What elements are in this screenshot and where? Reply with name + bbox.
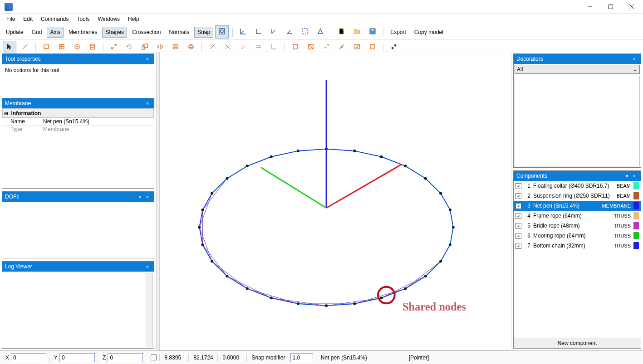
component-row[interactable]: ✓ 1 Floating collar (Ø400 SDR16.7) BEAM bbox=[514, 181, 641, 191]
axis-view3-icon[interactable] bbox=[267, 25, 281, 39]
component-checkbox[interactable]: ✓ bbox=[515, 233, 521, 239]
menu-commands[interactable]: Commands bbox=[37, 14, 72, 24]
scrollbar[interactable] bbox=[146, 273, 153, 347]
splitter[interactable] bbox=[156, 52, 160, 350]
component-checkbox[interactable]: ✓ bbox=[515, 193, 521, 199]
svg-line-38 bbox=[309, 44, 313, 49]
menu-help[interactable]: Help bbox=[124, 14, 143, 24]
component-type: MEMBRANE bbox=[602, 203, 631, 209]
save-file-icon[interactable] bbox=[366, 25, 379, 39]
axis-view4-icon[interactable] bbox=[283, 25, 296, 39]
viewport-canvas[interactable]: Shared nodes bbox=[160, 52, 511, 350]
x-input[interactable] bbox=[11, 353, 46, 362]
component-type: TRUSS bbox=[614, 213, 631, 218]
close-icon[interactable]: × bbox=[144, 55, 151, 63]
axis-view1-icon[interactable] bbox=[236, 25, 250, 39]
svg-point-27 bbox=[189, 44, 193, 49]
svg-rect-6 bbox=[302, 29, 308, 34]
svg-point-123 bbox=[449, 209, 452, 211]
tb-crossection[interactable]: Crossection bbox=[129, 27, 164, 38]
tb-update[interactable]: Update bbox=[3, 27, 27, 38]
tb-normals[interactable]: Normals bbox=[166, 27, 192, 38]
close-button[interactable] bbox=[621, 0, 642, 14]
tb-snap[interactable]: Snap bbox=[194, 27, 213, 38]
close-icon[interactable]: × bbox=[631, 55, 638, 63]
svg-point-141 bbox=[226, 177, 228, 180]
snap-input[interactable] bbox=[290, 353, 313, 362]
coord-3: 0.0000 bbox=[222, 354, 239, 361]
menu-tools[interactable]: Tools bbox=[73, 14, 93, 24]
component-name: Floating collar (Ø400 SDR16.7) bbox=[533, 183, 614, 189]
status-checkbox[interactable] bbox=[151, 354, 157, 360]
svg-rect-10 bbox=[371, 29, 374, 31]
svg-point-125 bbox=[449, 243, 452, 246]
component-color-swatch bbox=[633, 202, 639, 209]
svg-line-82 bbox=[450, 227, 453, 244]
y-input[interactable] bbox=[59, 353, 95, 362]
svg-point-126 bbox=[439, 260, 442, 262]
menubar: File Edit Commands Tools Windows Help bbox=[0, 14, 643, 24]
menu-edit[interactable]: Edit bbox=[20, 14, 36, 24]
decorators-filter-select[interactable]: All⌄ bbox=[515, 65, 640, 74]
chevron-down-icon: ⌄ bbox=[633, 66, 638, 73]
close-icon[interactable]: × bbox=[144, 100, 151, 107]
svg-point-138 bbox=[198, 226, 201, 228]
svg-line-111 bbox=[212, 262, 247, 289]
y-label: Y bbox=[54, 354, 58, 361]
prop-name-value[interactable]: Net pen (Sn15.4%) bbox=[43, 118, 154, 125]
tb-export[interactable]: Export bbox=[387, 27, 409, 38]
svg-point-134 bbox=[246, 287, 249, 290]
component-row[interactable]: ✓ 2 Suspension ring (Ø250 SDR11) BEAM bbox=[514, 191, 641, 201]
tb-grid[interactable]: Grid bbox=[29, 27, 45, 38]
component-checkbox[interactable]: ✓ bbox=[515, 213, 521, 219]
svg-line-112 bbox=[202, 245, 227, 276]
tb-copymodel[interactable]: Copy model bbox=[411, 27, 447, 38]
svg-point-144 bbox=[297, 150, 299, 152]
close-icon[interactable]: × bbox=[144, 193, 151, 200]
annotation-circle bbox=[378, 287, 395, 304]
component-row[interactable]: ✓ 7 Bottom chain (32mm) TRUSS bbox=[514, 241, 641, 251]
svg-point-18 bbox=[90, 44, 95, 46]
select-rect-icon[interactable] bbox=[298, 25, 312, 39]
tb-membranes[interactable]: Membranes bbox=[65, 27, 100, 38]
component-index: 3 bbox=[524, 203, 530, 209]
x-label: X bbox=[5, 354, 9, 361]
tb-axis[interactable]: Axis bbox=[47, 27, 64, 38]
close-icon[interactable]: × bbox=[631, 172, 638, 180]
z-input[interactable] bbox=[108, 353, 143, 362]
svg-line-77 bbox=[382, 157, 406, 166]
axis-view2-icon[interactable] bbox=[252, 25, 265, 39]
menu-file[interactable]: File bbox=[3, 14, 19, 24]
projection-icon[interactable] bbox=[314, 25, 327, 39]
component-row[interactable]: ✓ 6 Mooring rope (64mm) TRUSS bbox=[514, 231, 641, 241]
component-checkbox[interactable]: ✓ bbox=[515, 243, 521, 249]
component-color-swatch bbox=[633, 222, 639, 229]
new-file-icon[interactable] bbox=[335, 25, 348, 39]
component-row[interactable]: ✓ 5 Bridle rope (48mm) TRUSS bbox=[514, 221, 641, 231]
svg-line-95 bbox=[199, 227, 202, 244]
minimize-button[interactable] bbox=[579, 0, 600, 14]
svg-rect-36 bbox=[293, 44, 298, 49]
svg-rect-42 bbox=[355, 44, 359, 49]
tb-shapes[interactable]: Shapes bbox=[102, 27, 127, 38]
menu-windows[interactable]: Windows bbox=[94, 14, 123, 24]
svg-line-92 bbox=[227, 276, 247, 288]
new-component-button[interactable]: New component bbox=[514, 338, 641, 348]
maximize-button[interactable] bbox=[600, 0, 621, 14]
component-checkbox[interactable]: ✓ bbox=[515, 203, 521, 209]
component-checkbox[interactable]: ✓ bbox=[515, 183, 521, 189]
status-selection: Net pen (Sn15.4%) bbox=[321, 354, 367, 361]
component-row[interactable]: ✓ 4 Frame rope (64mm) TRUSS bbox=[514, 211, 641, 221]
tb-viewmode-icon[interactable] bbox=[215, 25, 229, 39]
prop-section: Information bbox=[11, 110, 41, 116]
close-icon[interactable]: × bbox=[144, 263, 151, 270]
menu-icon[interactable]: ▾ bbox=[623, 172, 631, 180]
component-color-swatch bbox=[633, 182, 639, 189]
prop-type-value: Membrane bbox=[43, 126, 154, 132]
component-checkbox[interactable]: ✓ bbox=[515, 223, 521, 229]
open-file-icon[interactable] bbox=[350, 25, 364, 39]
svg-point-121 bbox=[424, 177, 427, 180]
pin-icon[interactable]: ▪ bbox=[137, 193, 144, 200]
snap-label: Snap modifier bbox=[251, 354, 285, 361]
component-row[interactable]: ✓ 3 Net pen (Sn15.4%) MEMBRANE bbox=[514, 201, 641, 211]
